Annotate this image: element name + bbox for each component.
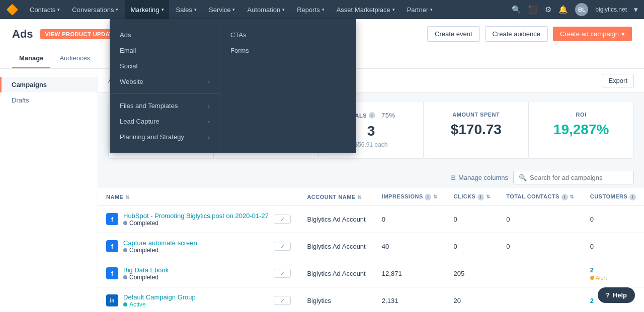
nav-reports[interactable]: Reports ▾ — [292, 0, 330, 19]
deals-value: 3 — [367, 123, 375, 139]
nav-marketing[interactable]: Marketing ▾ — [125, 0, 169, 19]
ad-name-link[interactable]: Default Campaign Group — [123, 293, 196, 301]
top-navigation: 🔶 Contacts ▾ Conversations ▾ Marketing ▾… — [0, 0, 644, 19]
chevron-down-icon: ▾ — [116, 7, 118, 12]
dropdown-col-2: CTAs Forms — [220, 19, 331, 153]
toggle-button[interactable]: ✓ — [274, 269, 291, 278]
create-event-button[interactable]: Create event — [427, 26, 479, 42]
dropdown-ads[interactable]: Ads — [110, 27, 220, 43]
col-total-contacts: TOTAL CONTACTS i ⇅ — [498, 188, 582, 205]
sidebar-item-drafts[interactable]: Drafts — [0, 92, 98, 108]
info-icon[interactable]: i — [477, 194, 484, 200]
campaign-search-input[interactable] — [530, 174, 628, 181]
page-title: Ads — [12, 28, 33, 41]
col-customers: CUSTOMERS i — [582, 188, 644, 205]
impressions-cell: 0 — [374, 205, 446, 233]
facebook-icon: f — [106, 267, 118, 279]
nav-automation[interactable]: Automation ▾ — [242, 0, 290, 19]
nav-asset-marketplace[interactable]: Asset Marketplace ▾ — [332, 0, 400, 19]
ad-name-link[interactable]: HubSpot - Promoting Biglytics post on 20… — [123, 212, 269, 220]
settings-icon[interactable]: ⚙ — [545, 5, 551, 14]
dropdown-website[interactable]: Website › — [110, 74, 220, 89]
chevron-down-icon: ▾ — [392, 7, 395, 12]
info-icon[interactable]: i — [369, 112, 375, 119]
nav-conversations[interactable]: Conversations ▾ — [67, 0, 123, 19]
dropdown-files-templates[interactable]: Files and Templates › — [110, 98, 220, 114]
arrow-icon: › — [208, 103, 210, 109]
dropdown-planning-strategy[interactable]: Planning and Strategy › — [110, 129, 220, 145]
dropdown-lead-capture[interactable]: Lead Capture › — [110, 114, 220, 129]
table-header-row: NAME ⇅ ACCOUNT NAME ⇅ IMPRESSIONS i ⇅ — [98, 188, 644, 205]
stat-roi: ROI 19,287% — [529, 101, 634, 159]
sort-icon[interactable]: ⇅ — [570, 194, 574, 199]
total-contacts-cell: 0 — [498, 205, 582, 233]
search-icon[interactable]: 🔍 — [512, 5, 521, 14]
toggle-button[interactable]: ✓ — [274, 242, 291, 251]
domain-chevron-icon[interactable]: ▾ — [634, 5, 638, 14]
impressions-cell: 40 — [374, 233, 446, 260]
col-name: NAME ⇅ — [98, 188, 299, 205]
alert-badge: Alert — [590, 275, 636, 281]
account-name-cell: Biglytics Ad Account — [299, 260, 373, 287]
toggle-button[interactable]: ✓ — [274, 215, 291, 224]
dropdown-col-1: Ads Email Social Website › Files and Tem… — [110, 19, 220, 153]
deals-sub: $56.91 each — [354, 141, 387, 148]
dropdown-forms[interactable]: Forms — [220, 43, 331, 58]
impressions-cell: 2,131 — [374, 287, 446, 312]
table-row: in Default Campaign Group Active ✓ — [98, 287, 644, 312]
marketing-dropdown: Ads Email Social Website › Files and Tem… — [110, 19, 356, 153]
ad-name-link[interactable]: Capture automate screen — [123, 239, 197, 247]
avatar[interactable]: BL — [575, 3, 588, 16]
topnav-right-actions: 🔍 ⬛ ⚙ 🔔 BL biglytics.net ▾ — [512, 3, 638, 16]
status-dot-active — [123, 302, 127, 306]
clicks-cell: 20 — [445, 287, 498, 312]
nav-partner[interactable]: Partner ▾ — [402, 0, 438, 19]
campaigns-table: NAME ⇅ ACCOUNT NAME ⇅ IMPRESSIONS i ⇅ — [98, 188, 644, 312]
help-icon: ? — [606, 291, 610, 299]
total-contacts-cell — [498, 287, 582, 312]
ad-name-link[interactable]: Big Data Ebook — [123, 266, 169, 274]
search-icon: 🔍 — [519, 174, 527, 181]
toggle-button[interactable]: ✓ — [274, 296, 291, 305]
nav-service[interactable]: Service ▾ — [204, 0, 240, 19]
columns-icon: ⊞ — [450, 174, 456, 181]
status-dot-completed — [123, 248, 127, 252]
chevron-down-icon: ▾ — [282, 7, 285, 12]
info-icon[interactable]: i — [629, 194, 636, 200]
create-ad-campaign-button[interactable]: Create ad campaign ▾ — [553, 27, 632, 41]
dropdown-email[interactable]: Email — [110, 43, 220, 58]
tab-audiences[interactable]: Audiences — [52, 49, 97, 68]
sort-icon[interactable]: ⇅ — [357, 194, 362, 200]
name-cell: f Capture automate screen Completed — [98, 233, 299, 260]
chevron-down-icon: ▾ — [322, 7, 325, 12]
table-row: f Big Data Ebook Completed ✓ — [98, 260, 644, 287]
notifications-icon[interactable]: 🔔 — [558, 5, 568, 14]
sort-icon[interactable]: ⇅ — [433, 194, 438, 199]
campaign-search-box[interactable]: 🔍 — [513, 171, 634, 184]
create-audience-button[interactable]: Create audience — [485, 26, 548, 42]
clicks-cell: 0 — [445, 205, 498, 233]
sort-icon[interactable]: ⇅ — [486, 194, 491, 199]
export-button[interactable]: Export — [602, 74, 634, 87]
dropdown-ctas[interactable]: CTAs — [220, 27, 331, 43]
info-icon[interactable]: i — [561, 194, 568, 200]
help-button[interactable]: ? Help — [598, 287, 635, 303]
dropdown-arrow-icon: ▾ — [621, 30, 625, 38]
nav-sales[interactable]: Sales ▾ — [171, 0, 202, 19]
status-dot-completed — [123, 221, 127, 225]
marketplace-icon[interactable]: ⬛ — [528, 5, 538, 14]
nav-contacts[interactable]: Contacts ▾ — [25, 0, 65, 19]
domain-label[interactable]: biglytics.net — [595, 6, 627, 13]
hubspot-logo[interactable]: 🔶 — [6, 5, 19, 15]
chevron-down-icon: ▾ — [162, 7, 164, 12]
customers-cell: 0 — [582, 205, 644, 233]
manage-columns-button[interactable]: ⊞ Manage columns — [450, 174, 508, 181]
dropdown-social[interactable]: Social — [110, 58, 220, 74]
sort-icon[interactable]: ⇅ — [125, 194, 130, 200]
sidebar: Campaigns Drafts — [0, 69, 98, 312]
info-icon[interactable]: i — [425, 194, 431, 200]
sidebar-item-campaigns[interactable]: Campaigns — [0, 77, 98, 92]
tab-manage[interactable]: Manage — [12, 49, 50, 68]
chevron-down-icon: ▾ — [232, 7, 235, 12]
alert-dot — [590, 276, 594, 280]
